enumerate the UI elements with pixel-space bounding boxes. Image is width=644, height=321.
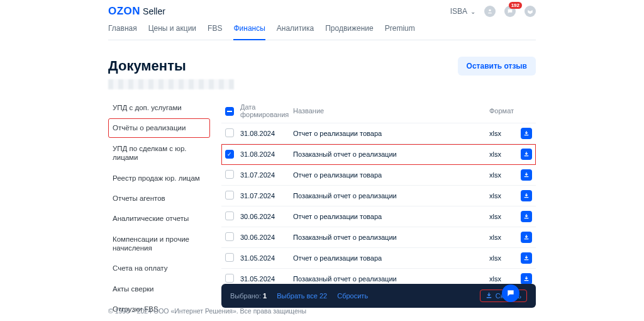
download-row-button[interactable] (521, 149, 532, 160)
table-row[interactable]: 31.07.2024Отчет о реализации товараxlsx (221, 165, 536, 186)
cell-date: 30.06.2024 (236, 227, 289, 248)
main-nav: ГлавнаяЦены и акцииFBSФинансыАналитикаПр… (108, 20, 536, 40)
nav-item[interactable]: FBS (208, 20, 222, 40)
footer-copyright: © 1998 – 2024 ООО «Интернет Решения». Вс… (108, 307, 306, 315)
download-row-button[interactable] (521, 273, 532, 284)
cell-format: xlsx (486, 248, 517, 269)
cell-date: 31.08.2024 (236, 144, 289, 165)
sidebar-item[interactable]: УПД по сделкам с юр. лицами (108, 139, 210, 167)
reset-selection-link[interactable]: Сбросить (337, 292, 368, 300)
download-row-button[interactable] (521, 211, 532, 222)
nav-item[interactable]: Аналитика (277, 20, 314, 40)
user-icon[interactable] (484, 6, 496, 17)
sidebar-item[interactable]: Реестр продаж юр. лицам (108, 169, 210, 188)
row-checkbox[interactable] (225, 211, 234, 220)
col-format[interactable]: Формат (486, 99, 517, 123)
chevron-down-icon: ⌄ (470, 8, 475, 15)
select-all-link[interactable]: Выбрать все 22 (277, 292, 327, 300)
sidebar-item[interactable]: УПД с доп. услугами (108, 98, 210, 117)
logo-seller: Seller (143, 6, 165, 16)
select-all-checkbox[interactable] (225, 107, 234, 116)
nav-item[interactable]: Главная (108, 20, 137, 40)
cell-date: 31.08.2024 (236, 123, 289, 144)
selection-bar: Выбрано: 1 Выбрать все 22 Сбросить Скача… (221, 284, 536, 308)
nav-item[interactable]: Цены и акции (148, 20, 196, 40)
table-row[interactable]: 30.06.2024Позаказный отчет о реализацииx… (221, 227, 536, 248)
cell-date: 30.06.2024 (236, 206, 289, 227)
row-checkbox[interactable] (225, 150, 234, 159)
notification-badge: 192 (509, 2, 522, 9)
table-row[interactable]: 31.08.2024Отчет о реализации товараxlsx (221, 123, 536, 144)
sidebar-item[interactable]: Отчёты о реализации (108, 118, 210, 137)
download-row-button[interactable] (521, 169, 532, 181)
help-icon[interactable] (525, 6, 536, 17)
nav-item[interactable]: Premium (385, 20, 415, 40)
chat-fab[interactable] (502, 284, 519, 302)
cell-name: Отчет о реализации товара (289, 248, 486, 269)
sidebar: УПД с доп. услугамиОтчёты о реализацииУП… (108, 98, 210, 319)
row-checkbox[interactable] (225, 170, 234, 179)
documents-table: Дата формирования Название Формат 31.08.… (221, 99, 536, 293)
sidebar-item[interactable]: Отчеты агентов (108, 189, 210, 208)
topbar: OZON Seller ISBA ⌄ 192 (108, 0, 536, 20)
table-row[interactable]: 31.07.2024Позаказный отчет о реализацииx… (221, 186, 536, 206)
cell-format: xlsx (486, 165, 517, 186)
logo-ozon: OZON (108, 5, 140, 18)
download-row-button[interactable] (521, 232, 532, 243)
table-row[interactable]: 30.06.2024Отчет о реализации товараxlsx (221, 206, 536, 227)
row-checkbox[interactable] (225, 128, 234, 137)
sidebar-item[interactable]: Счета на оплату (108, 259, 210, 278)
table-row[interactable]: 31.05.2024Отчет о реализации товараxlsx (221, 248, 536, 269)
account-picker[interactable]: ISBA ⌄ (450, 7, 475, 16)
cell-name: Позаказный отчет о реализации (289, 144, 486, 165)
cell-format: xlsx (486, 186, 517, 206)
row-checkbox[interactable] (225, 253, 234, 262)
table-scroll[interactable]: Дата формирования Название Формат 31.08.… (221, 98, 536, 293)
sidebar-item[interactable]: Компенсации и прочие начисления (108, 230, 210, 258)
blurred-subtitle (108, 79, 234, 89)
cell-format: xlsx (486, 227, 517, 248)
download-icon (486, 292, 492, 299)
leave-review-button[interactable]: Оставить отзыв (458, 57, 536, 76)
cell-name: Отчет о реализации товара (289, 123, 486, 144)
cell-name: Отчет о реализации товара (289, 206, 486, 227)
nav-item[interactable]: Продвижение (325, 20, 374, 40)
documents-panel: Дата формирования Название Формат 31.08.… (221, 98, 536, 319)
page-title: Документы (108, 58, 186, 74)
col-name[interactable]: Название (289, 99, 486, 123)
download-row-button[interactable] (521, 128, 532, 139)
cell-format: xlsx (486, 123, 517, 144)
row-checkbox[interactable] (225, 274, 234, 283)
notifications-button[interactable]: 192 (504, 6, 516, 17)
chat-icon (506, 289, 515, 298)
cell-format: xlsx (486, 206, 517, 227)
svg-point-0 (489, 9, 491, 11)
download-row-button[interactable] (521, 252, 532, 264)
download-row-button[interactable] (521, 190, 532, 201)
cell-format: xlsx (486, 144, 517, 165)
cell-date: 31.07.2024 (236, 186, 289, 206)
cell-date: 31.07.2024 (236, 165, 289, 186)
sidebar-item[interactable]: Акты сверки (108, 279, 210, 298)
col-date[interactable]: Дата формирования (236, 99, 289, 123)
account-name: ISBA (450, 7, 467, 16)
nav-item[interactable]: Финансы (233, 20, 265, 40)
sidebar-item[interactable]: Аналитические отчеты (108, 209, 210, 228)
cell-date: 31.05.2024 (236, 248, 289, 269)
row-checkbox[interactable] (225, 191, 234, 200)
cell-name: Позаказный отчет о реализации (289, 227, 486, 248)
logo[interactable]: OZON Seller (108, 5, 165, 18)
selection-count: Выбрано: 1 (230, 292, 267, 300)
table-row[interactable]: 31.08.2024Позаказный отчет о реализацииx… (221, 144, 536, 165)
row-checkbox[interactable] (225, 232, 234, 241)
cell-name: Отчет о реализации товара (289, 165, 486, 186)
cell-name: Позаказный отчет о реализации (289, 186, 486, 206)
